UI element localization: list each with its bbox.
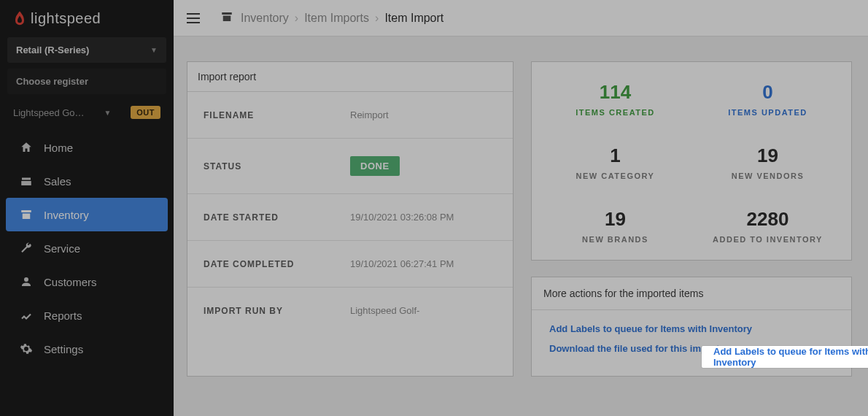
crumb-inventory[interactable]: Inventory [241, 12, 289, 25]
breadcrumb: Inventory › Item Imports › Item Import [241, 12, 443, 25]
label: DATE COMPLETED [204, 259, 350, 269]
label: FILENAME [204, 110, 350, 120]
nav-home[interactable]: Home [6, 131, 168, 164]
nav-label: Sales [44, 175, 71, 188]
sidebar: lightspeed Retail (R-Series) ▼ Choose re… [0, 0, 174, 416]
nav-reports[interactable]: Reports [6, 298, 168, 332]
stat-value: 1 [539, 145, 691, 167]
home-icon [19, 140, 34, 155]
archive-icon [19, 207, 34, 222]
stat-items-created: 114 ITEMS CREATED [539, 81, 691, 117]
highlight-add-labels[interactable]: Add Labels to queue for Items with Inven… [702, 346, 868, 368]
nav-inventory[interactable]: Inventory [6, 198, 168, 231]
choose-register[interactable]: Choose register [7, 69, 166, 94]
value: 19/10/2021 06:27:41 PM [350, 258, 454, 269]
highlight-text: Add Labels to queue for Items with Inven… [713, 346, 868, 368]
user-icon [19, 274, 34, 289]
stat-label: ITEMS CREATED [539, 108, 691, 117]
stat-items-updated: 0 ITEMS UPDATED [691, 81, 844, 117]
gear-icon [19, 342, 34, 356]
caret-down-icon: ▼ [150, 46, 158, 54]
flame-icon [13, 11, 26, 27]
row-date-completed: DATE COMPLETED 19/10/2021 06:27:41 PM [187, 241, 513, 288]
panel-title: Import report [187, 62, 513, 92]
stat-label: NEW VENDORS [691, 172, 844, 180]
nav-service[interactable]: Service [6, 231, 168, 265]
caret-down-icon[interactable]: ▼ [104, 109, 111, 117]
stat-new-vendors: 19 NEW VENDORS [691, 145, 844, 180]
value: Lightspeed Golf- [350, 305, 419, 316]
nav-label: Reports [44, 309, 82, 322]
logo-text: lightspeed [31, 10, 101, 27]
right-column: 114 ITEMS CREATED 0 ITEMS UPDATED 1 NEW … [531, 61, 852, 377]
row-status: STATUS DONE [187, 139, 513, 194]
row-date-started: DATE STARTED 19/10/2021 03:26:08 PM [187, 194, 513, 241]
row-run-by: IMPORT RUN BY Lightspeed Golf- [187, 288, 513, 334]
out-badge[interactable]: OUT [131, 106, 160, 119]
crumb-current: Item Import [384, 12, 443, 25]
product-selector-label: Retail (R-Series) [16, 45, 89, 55]
nav-label: Customers [44, 276, 97, 288]
row-filename: FILENAME Reimport [187, 92, 513, 139]
topbar: Inventory › Item Imports › Item Import [174, 0, 868, 36]
value: Reimport [350, 109, 389, 120]
nav-settings[interactable]: Settings [6, 332, 168, 366]
crumb-imports[interactable]: Item Imports [304, 12, 369, 25]
add-labels-link[interactable]: Add Labels to queue for Items with Inven… [549, 323, 834, 334]
nav-label: Settings [44, 343, 83, 355]
import-report-panel: Import report FILENAME Reimport STATUS D… [187, 61, 514, 377]
actions-title: More actions for the imported items [532, 277, 851, 310]
stat-label: NEW BRANDS [539, 235, 691, 244]
stat-added-inventory: 2280 ADDED TO INVENTORY [691, 208, 844, 244]
stat-label: NEW CATEGORY [539, 172, 691, 180]
store-name: Lightspeed Go… [13, 107, 85, 118]
label: STATUS [204, 161, 350, 172]
logo: lightspeed [0, 0, 174, 37]
stat-new-category: 1 NEW CATEGORY [539, 145, 691, 180]
value: 19/10/2021 03:26:08 PM [350, 212, 454, 223]
menu-icon[interactable] [187, 13, 200, 23]
stats-panel: 114 ITEMS CREATED 0 ITEMS UPDATED 1 NEW … [531, 61, 852, 261]
stat-value: 19 [539, 208, 691, 231]
nav-customers[interactable]: Customers [6, 265, 168, 298]
stat-value: 2280 [691, 208, 844, 231]
chart-icon [19, 308, 34, 323]
nav-label: Home [44, 142, 73, 154]
stat-value: 0 [691, 81, 844, 104]
nav-sales[interactable]: Sales [6, 164, 168, 198]
stat-label: ITEMS UPDATED [691, 108, 844, 117]
label: IMPORT RUN BY [204, 306, 350, 316]
label: DATE STARTED [204, 212, 350, 223]
nav: Home Sales Inventory Service Customers R… [0, 131, 174, 366]
store-row: Lightspeed Go… ▼ OUT [0, 100, 174, 129]
chevron-right-icon: › [375, 12, 379, 25]
wrench-icon [19, 241, 34, 255]
nav-label: Service [44, 242, 80, 255]
status-badge: DONE [350, 156, 400, 176]
stat-label: ADDED TO INVENTORY [691, 235, 844, 244]
stat-value: 19 [691, 145, 844, 167]
choose-register-label: Choose register [16, 76, 88, 87]
chevron-right-icon: › [295, 12, 298, 25]
archive-icon [220, 10, 233, 26]
nav-label: Inventory [44, 209, 89, 221]
register-icon [19, 174, 34, 188]
stat-value: 114 [539, 81, 691, 104]
stat-new-brands: 19 NEW BRANDS [539, 208, 691, 244]
product-selector[interactable]: Retail (R-Series) ▼ [7, 37, 166, 63]
